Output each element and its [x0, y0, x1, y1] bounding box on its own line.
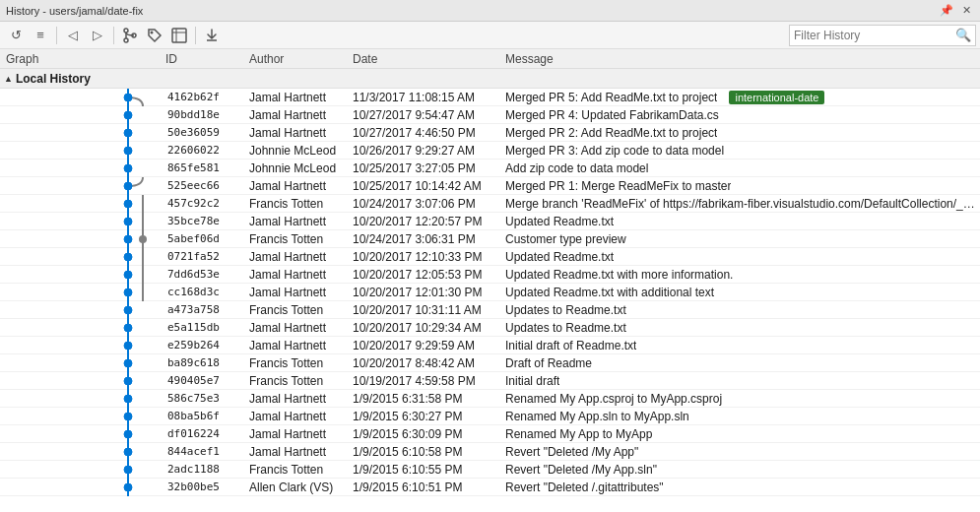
pin-icon[interactable]: 📌 — [939, 3, 954, 19]
table-row[interactable]: a473a758Francis Totten10/20/2017 10:31:1… — [0, 301, 980, 319]
author-cell: Jamal Hartnett — [249, 268, 353, 282]
message-text: Revert "Deleted /My App" — [505, 445, 638, 459]
message-text: Revert "Deleted /My App.sln" — [505, 463, 657, 477]
message-text: Merged PR 2: Add ReadMe.txt to project — [505, 126, 717, 140]
date-cell: 10/20/2017 8:48:42 AM — [353, 356, 505, 370]
message-cell: Updates to Readme.txt — [505, 321, 980, 335]
close-icon[interactable]: ✕ — [958, 3, 974, 19]
svg-point-35 — [124, 271, 132, 279]
table-row[interactable]: 525eec66Jamal Hartnett10/25/2017 10:14:4… — [0, 177, 980, 195]
author-cell: Francis Totten — [249, 356, 353, 370]
table-row[interactable]: ba89c618Francis Totten10/20/2017 8:48:42… — [0, 354, 980, 372]
message-text: Renamed My App.sln to MyApp.sln — [505, 410, 689, 423]
date-cell: 10/27/2017 9:54:47 AM — [353, 108, 505, 122]
id-cell: 865fe581 — [165, 161, 249, 174]
table-row[interactable]: 22606022Johnnie McLeod10/26/2017 9:29:27… — [0, 142, 980, 160]
svg-point-9 — [124, 94, 132, 101]
graph-cell — [0, 230, 165, 248]
table-row[interactable]: 0721fa52Jamal Hartnett10/20/2017 12:10:3… — [0, 248, 980, 266]
table-row[interactable]: 490405e7Francis Totten10/19/2017 4:59:58… — [0, 372, 980, 390]
table-row[interactable]: e5a115dbJamal Hartnett10/20/2017 10:29:3… — [0, 319, 980, 337]
table-row[interactable]: e259b264Jamal Hartnett10/20/2017 9:29:59… — [0, 337, 980, 354]
id-cell: a473a758 — [165, 303, 249, 316]
author-cell: Jamal Hartnett — [249, 215, 353, 228]
message-cell: Merged PR 4: Updated FabrikamData.cs — [505, 108, 980, 122]
svg-point-22 — [124, 200, 132, 208]
id-cell: e259b264 — [165, 339, 249, 352]
message-text: Customer type preview — [505, 232, 626, 246]
svg-point-32 — [124, 253, 132, 261]
date-cell: 11/3/2017 11:08:15 AM — [353, 91, 505, 104]
id-cell: 2adc1188 — [165, 463, 249, 476]
branch-filter-button[interactable] — [118, 25, 142, 46]
table-row[interactable]: 2adc1188Francis Totten1/9/2015 6:10:55 P… — [0, 461, 980, 479]
list-view-button[interactable]: ≡ — [29, 25, 52, 46]
forward-button[interactable]: ▷ — [86, 25, 109, 46]
table-row[interactable]: 4162b62fJamal Hartnett11/3/2017 11:08:15… — [0, 89, 980, 106]
svg-point-46 — [124, 359, 132, 367]
svg-point-1 — [124, 38, 128, 42]
message-text: Revert "Deleted /.gitattributes" — [505, 480, 664, 494]
svg-point-40 — [124, 306, 132, 314]
col-header-graph: Graph — [0, 52, 165, 66]
table-row[interactable]: 586c75e3Jamal Hartnett1/9/2015 6:31:58 P… — [0, 390, 980, 408]
table-row[interactable]: 7dd6d53eJamal Hartnett10/20/2017 12:05:5… — [0, 266, 980, 284]
message-cell: Merged PR 1: Merge ReadMeFix to master — [505, 179, 980, 193]
message-cell: Merged PR 2: Add ReadMe.txt to project — [505, 126, 980, 140]
fetch-button[interactable] — [200, 25, 224, 46]
date-cell: 10/24/2017 3:07:06 PM — [353, 197, 505, 211]
author-cell: Jamal Hartnett — [249, 286, 353, 299]
tag-filter-button[interactable] — [143, 25, 166, 46]
filter-history-box: 🔍 — [789, 25, 976, 46]
author-cell: Jamal Hartnett — [249, 410, 353, 423]
table-row[interactable]: cc168d3cJamal Hartnett10/20/2017 12:01:3… — [0, 284, 980, 301]
message-cell: Merge branch 'ReadMeFix' of https://fabr… — [505, 197, 980, 211]
graph-cell — [0, 284, 165, 301]
date-cell: 10/25/2017 10:14:42 AM — [353, 179, 505, 193]
svg-point-25 — [124, 218, 132, 225]
graph-cell — [0, 461, 165, 479]
main-content[interactable]: ▲ Local History 4162b62fJamal Hartnett11… — [0, 69, 980, 512]
author-cell: Jamal Hartnett — [249, 392, 353, 406]
table-row[interactable]: 32b00be5Allen Clark (VS)1/9/2015 6:10:51… — [0, 479, 980, 496]
id-cell: ba89c618 — [165, 356, 249, 369]
table-row[interactable]: 5abef06dFrancis Totten10/24/2017 3:06:31… — [0, 230, 980, 248]
filter-input[interactable] — [794, 29, 951, 42]
table-row[interactable]: 50e36059Jamal Hartnett10/27/2017 4:46:50… — [0, 124, 980, 142]
history-rows-container: 4162b62fJamal Hartnett11/3/2017 11:08:15… — [0, 89, 980, 496]
svg-point-0 — [124, 29, 128, 32]
date-cell: 10/20/2017 10:29:34 AM — [353, 321, 505, 335]
message-cell: Updated Readme.txt — [505, 250, 980, 264]
id-cell: 457c92c2 — [165, 197, 249, 210]
message-text: Merged PR 3: Add zip code to data model — [505, 144, 724, 158]
table-row[interactable]: 844acef1Jamal Hartnett1/9/2015 6:10:58 P… — [0, 443, 980, 461]
graph-toggle-button[interactable] — [167, 25, 191, 46]
table-row[interactable]: 90bdd18eJamal Hartnett10/27/2017 9:54:47… — [0, 106, 980, 124]
graph-cell — [0, 89, 165, 106]
message-text: Updates to Readme.txt — [505, 303, 626, 317]
back-button[interactable]: ◁ — [61, 25, 85, 46]
message-text: Updated Readme.txt with more information… — [505, 268, 733, 282]
message-cell: Revert "Deleted /My App.sln" — [505, 463, 980, 477]
svg-point-38 — [124, 288, 132, 296]
table-row[interactable]: df016224Jamal Hartnett1/9/2015 6:30:09 P… — [0, 425, 980, 443]
message-text: Merged PR 4: Updated FabrikamData.cs — [505, 108, 719, 122]
message-cell: Renamed My App.sln to MyApp.sln — [505, 410, 980, 423]
date-cell: 1/9/2015 6:30:27 PM — [353, 410, 505, 423]
message-cell: Customer type preview — [505, 232, 980, 246]
date-cell: 10/20/2017 12:10:33 PM — [353, 250, 505, 264]
table-row[interactable]: 865fe581Johnnie McLeod10/25/2017 3:27:05… — [0, 160, 980, 177]
svg-point-50 — [124, 395, 132, 403]
refresh-button[interactable]: ↺ — [4, 25, 28, 46]
author-cell: Francis Totten — [249, 374, 353, 388]
table-row[interactable]: 08ba5b6fJamal Hartnett1/9/2015 6:30:27 P… — [0, 408, 980, 425]
table-row[interactable]: 457c92c2Francis Totten10/24/2017 3:07:06… — [0, 195, 980, 213]
message-cell: Merged PR 3: Add zip code to data model — [505, 144, 980, 158]
message-cell: Updated Readme.txt with more information… — [505, 268, 980, 282]
author-cell: Johnnie McLeod — [249, 144, 353, 158]
author-cell: Johnnie McLeod — [249, 161, 353, 175]
table-row[interactable]: 35bce78eJamal Hartnett10/20/2017 12:20:5… — [0, 213, 980, 230]
svg-point-28 — [124, 235, 132, 243]
message-cell: Renamed My App to MyApp — [505, 427, 980, 441]
message-text: Initial draft — [505, 374, 559, 388]
